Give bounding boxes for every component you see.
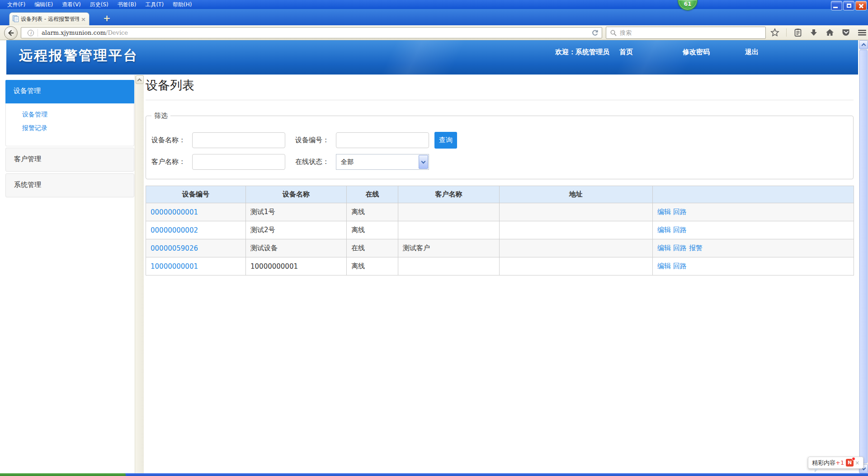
table-row: 00000000001 测试1号 离线 编辑回路 — [146, 203, 854, 221]
device-no-link[interactable]: 00000059026 — [151, 244, 198, 252]
menu-tools[interactable]: 工具(T) — [141, 0, 168, 9]
device-no-link[interactable]: 00000000002 — [151, 226, 198, 234]
customer-name-label: 客户名称： — [151, 158, 192, 166]
restore-button[interactable] — [843, 1, 854, 10]
address-cell — [500, 203, 653, 221]
device-name-input[interactable] — [192, 132, 285, 148]
col-device-no: 设备编号 — [146, 186, 246, 203]
device-name-label: 设备名称： — [151, 136, 192, 145]
loop-link[interactable]: 回路 — [673, 262, 687, 270]
menu-view[interactable]: 查看(V) — [57, 0, 85, 9]
popup-close-icon[interactable]: × — [855, 460, 859, 466]
online-status-label: 在线状态： — [295, 158, 336, 166]
back-arrow-icon — [7, 29, 15, 37]
menu-help[interactable]: 帮助(H) — [168, 0, 196, 9]
device-name-cell: 测试2号 — [246, 221, 347, 239]
sidebar-item-alarm-records[interactable]: 报警记录 — [22, 121, 47, 135]
home-icon[interactable] — [825, 28, 835, 37]
reload-button[interactable] — [591, 29, 599, 37]
pocket-icon[interactable] — [841, 28, 850, 37]
nav-logout-link[interactable]: 退出 — [745, 48, 759, 56]
browser-tab[interactable]: 设备列表 - 远程报警管理… × — [9, 12, 90, 25]
filter-legend: 筛选 — [151, 112, 170, 120]
search-input[interactable] — [620, 29, 762, 36]
divider — [38, 29, 38, 37]
device-table: 设备编号 设备名称 在线 客户名称 地址 00000000001 测试1号 离线… — [146, 186, 854, 275]
sidebar-item-device-management[interactable]: 设备管理 — [22, 107, 47, 121]
page-scrollbar[interactable] — [859, 40, 868, 473]
divider — [786, 28, 787, 37]
sidebar-section-device-management[interactable]: 设备管理 — [5, 80, 134, 103]
select-dropdown-button[interactable] — [419, 155, 428, 169]
scrollbar-thumb[interactable] — [859, 50, 868, 463]
browser-search-box[interactable] — [606, 27, 766, 39]
edit-link[interactable]: 编辑 — [657, 244, 671, 252]
menu-edit[interactable]: 编辑(E) — [30, 0, 57, 9]
device-name-cell: 10000000001 — [246, 257, 347, 275]
col-device-name: 设备名称 — [246, 186, 347, 203]
download-icon[interactable] — [809, 28, 818, 37]
customer-cell — [398, 203, 500, 221]
menu-file[interactable]: 文件(F) — [3, 0, 30, 9]
page-icon — [13, 15, 19, 23]
tab-close-icon[interactable]: × — [81, 16, 86, 22]
close-button[interactable] — [855, 1, 867, 10]
edit-link[interactable]: 编辑 — [657, 226, 671, 234]
menu-bookmarks[interactable]: 书签(B) — [113, 0, 141, 9]
edit-link[interactable]: 编辑 — [657, 208, 671, 216]
app-title: 远程报警管理平台 — [19, 47, 138, 65]
sidebar-section-customer-management[interactable]: 客户管理 — [5, 148, 134, 172]
minimize-icon — [833, 7, 838, 8]
menu-history[interactable]: 历史(S) — [85, 0, 113, 9]
device-no-link[interactable]: 10000000001 — [151, 262, 198, 271]
sidebar-scrollbar[interactable] — [135, 75, 144, 473]
site-info-icon[interactable]: i — [28, 30, 34, 36]
page-title: 设备列表 — [146, 77, 854, 93]
new-tab-button[interactable]: + — [103, 14, 111, 23]
chevron-up-icon — [137, 78, 142, 83]
query-button[interactable]: 查询 — [434, 132, 457, 149]
news-app-letter: N — [848, 460, 852, 466]
status-badge: 在线 — [347, 239, 398, 257]
restore-icon — [847, 4, 851, 8]
edit-link[interactable]: 编辑 — [657, 262, 671, 270]
table-row: 00000059026 测试设备 在线 测试客户 编辑回路报警 — [146, 239, 854, 257]
minimize-button[interactable] — [831, 1, 842, 10]
device-no-input[interactable] — [336, 132, 429, 148]
customer-name-input[interactable] — [192, 154, 285, 170]
toolbar-icons — [770, 27, 867, 38]
url-bar[interactable]: i alarm.xjymunion.com/Device — [21, 27, 602, 38]
bookmark-star-icon[interactable] — [770, 28, 779, 37]
sidebar-section-system-management[interactable]: 系统管理 — [5, 173, 134, 197]
main-content: 设备列表 筛选 设备名称： 设备编号： 查询 客户名称： 在线状态： 全部 设备… — [146, 77, 854, 275]
col-actions — [653, 186, 854, 203]
table-row: 10000000001 10000000001 离线 编辑回路 — [146, 257, 854, 275]
scroll-up-button[interactable] — [136, 75, 144, 84]
online-status-select[interactable]: 全部 — [336, 154, 429, 170]
address-cell — [500, 239, 653, 257]
tab-bar: 设备列表 - 远程报警管理… × + — [0, 9, 868, 25]
chevron-up-icon — [861, 43, 866, 48]
back-button[interactable] — [4, 26, 18, 40]
news-app-icon[interactable]: N — [846, 459, 854, 467]
loop-link[interactable]: 回路 — [673, 244, 687, 252]
scroll-up-button[interactable] — [859, 40, 868, 49]
promo-popup[interactable]: 精彩内容 +1 N × — [808, 457, 863, 469]
url-text: alarm.xjymunion.com/Device — [42, 29, 128, 36]
table-row: 00000000002 测试2号 离线 编辑回路 — [146, 221, 854, 239]
alarm-link[interactable]: 报警 — [689, 244, 703, 252]
filter-row-1: 设备名称： 设备编号： 查询 — [151, 132, 853, 149]
loop-link[interactable]: 回路 — [673, 226, 687, 234]
nav-change-password-link[interactable]: 修改密码 — [683, 48, 710, 56]
status-badge: 离线 — [347, 221, 398, 239]
nav-home-link[interactable]: 首页 — [619, 48, 633, 56]
bookmarks-library-icon[interactable] — [793, 28, 802, 37]
loop-link[interactable]: 回路 — [673, 208, 687, 216]
menu-icon[interactable] — [857, 28, 867, 37]
col-customer-name: 客户名称 — [398, 186, 500, 203]
app-header: 远程报警管理平台 欢迎：系统管理员 首页 修改密码 退出 — [6, 40, 858, 75]
tab-title: 设备列表 - 远程报警管理… — [21, 15, 79, 23]
status-badge: 离线 — [347, 203, 398, 221]
device-no-link[interactable]: 00000000001 — [151, 208, 198, 216]
start-button[interactable] — [0, 473, 126, 476]
